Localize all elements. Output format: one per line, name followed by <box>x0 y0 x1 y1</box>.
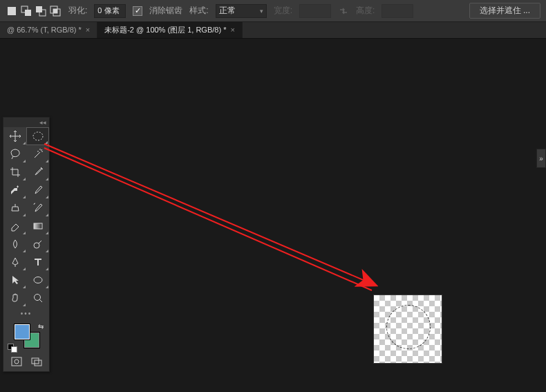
document-tab-label: @ 66.7% (T, RGB/8) * <box>7 26 82 34</box>
blur-tool[interactable] <box>3 235 26 253</box>
selection-add-icon[interactable] <box>20 5 32 17</box>
eyedropper-tool[interactable] <box>26 163 49 181</box>
quick-mask-icon[interactable] <box>10 356 23 367</box>
hand-tool[interactable] <box>3 289 26 307</box>
width-label: 宽度: <box>274 5 292 17</box>
width-input <box>299 4 331 18</box>
feather-label: 羽化: <box>68 5 87 17</box>
magic-wand-tool[interactable] <box>26 145 49 163</box>
right-panel-expand[interactable]: » <box>536 149 546 168</box>
antialias-label: 消除锯齿 <box>149 5 182 17</box>
feather-input[interactable] <box>94 4 126 18</box>
tools-panel: ◂◂ ••• ⇆ <box>3 117 50 372</box>
style-label: 样式: <box>189 5 208 17</box>
canvas-area[interactable] <box>0 39 546 392</box>
brush-tool[interactable] <box>26 181 49 199</box>
pen-tool[interactable] <box>3 253 26 271</box>
gradient-tool[interactable] <box>26 217 49 235</box>
move-tool[interactable] <box>3 127 26 145</box>
shape-ellipse-tool[interactable] <box>26 271 49 289</box>
eraser-tool[interactable] <box>3 217 26 235</box>
tools-bottom-icons <box>3 353 49 371</box>
svg-rect-2 <box>25 10 31 16</box>
svg-rect-9 <box>34 223 42 229</box>
document-canvas[interactable] <box>373 295 442 364</box>
tool-grid <box>3 127 49 307</box>
document-tab-label: 未标题-2 @ 100% (图层 1, RGB/8) * <box>104 25 226 35</box>
collapse-panel-icon[interactable]: ◂◂ <box>39 119 46 126</box>
default-colors-icon[interactable] <box>8 341 17 352</box>
selection-subtract-icon[interactable] <box>35 5 47 17</box>
selection-intersect-icon[interactable] <box>49 5 62 17</box>
svg-point-14 <box>15 360 19 364</box>
screen-mode-icon[interactable] <box>30 356 43 367</box>
dodge-tool[interactable] <box>26 235 49 253</box>
type-tool[interactable] <box>26 253 49 271</box>
color-swatches: ⇆ <box>3 320 49 353</box>
healing-brush-tool[interactable] <box>3 181 26 199</box>
options-bar: 羽化: ✓ 消除锯齿 样式: 正常 ▾ 宽度: 高度: 选择并遮住 ... <box>0 0 546 22</box>
lasso-tool[interactable] <box>3 145 26 163</box>
select-and-mask-button[interactable]: 选择并遮住 ... <box>469 3 540 19</box>
document-tab-bar: @ 66.7% (T, RGB/8) * × 未标题-2 @ 100% (图层 … <box>0 22 546 39</box>
close-tab-icon[interactable]: × <box>230 26 234 34</box>
svg-rect-16 <box>35 360 41 366</box>
selection-new-icon[interactable] <box>6 5 18 17</box>
chevron-down-icon: ▾ <box>260 8 263 15</box>
clone-stamp-tool[interactable] <box>3 199 26 217</box>
svg-rect-7 <box>53 9 57 13</box>
marquee-ellipse-tool[interactable] <box>26 127 49 145</box>
close-tab-icon[interactable]: × <box>86 26 90 34</box>
antialias-checkbox[interactable]: ✓ <box>133 6 142 16</box>
style-select[interactable]: 正常 ▾ <box>216 4 267 18</box>
svg-point-12 <box>34 295 40 301</box>
svg-rect-0 <box>8 7 16 15</box>
document-tab[interactable]: 未标题-2 @ 100% (图层 1, RGB/8) * × <box>97 21 243 38</box>
crop-tool[interactable] <box>3 163 26 181</box>
foreground-color-swatch[interactable] <box>15 324 30 339</box>
svg-rect-13 <box>12 357 21 366</box>
swap-colors-icon[interactable]: ⇆ <box>38 323 44 330</box>
tools-panel-header: ◂◂ <box>3 118 49 127</box>
selection-mode-group <box>6 5 62 17</box>
svg-point-11 <box>34 277 42 283</box>
svg-point-8 <box>33 132 43 140</box>
document-tab[interactable]: @ 66.7% (T, RGB/8) * × <box>0 21 97 38</box>
swap-dimensions-icon <box>338 6 349 17</box>
svg-point-10 <box>34 243 39 248</box>
height-label: 高度: <box>356 5 375 17</box>
zoom-tool[interactable] <box>26 289 49 307</box>
height-input <box>382 4 413 18</box>
path-select-tool[interactable] <box>3 271 26 289</box>
history-brush-tool[interactable] <box>26 199 49 217</box>
tool-divider: ••• <box>3 307 49 320</box>
elliptical-selection-marquee <box>386 305 431 349</box>
style-select-value: 正常 <box>219 5 236 17</box>
svg-rect-15 <box>32 358 39 364</box>
